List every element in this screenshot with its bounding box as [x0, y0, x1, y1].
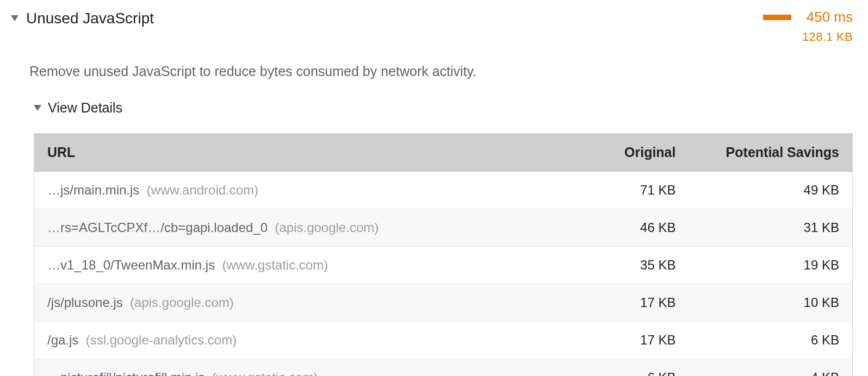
cell-original: 17 KB: [542, 284, 689, 322]
collapse-toggle-icon[interactable]: [11, 15, 18, 21]
table-row: /js/plusone.js (apis.google.com)17 KB10 …: [34, 284, 853, 322]
cell-original: 46 KB: [542, 209, 689, 247]
details-table-wrap: URL Original Potential Savings …js/main.…: [34, 133, 853, 376]
table-row: …js/main.min.js (www.android.com)71 KB49…: [34, 172, 853, 209]
cell-url: …picturefill/picturefill.min.js (www.gst…: [34, 359, 542, 377]
url-host: (apis.google.com): [275, 220, 379, 235]
audit-time-row: 450 ms: [763, 9, 853, 26]
cell-savings: 49 KB: [689, 172, 852, 209]
view-details-toggle[interactable]: View Details: [34, 100, 853, 116]
audit-header: Unused JavaScript 450 ms 128.1 KB: [11, 9, 853, 44]
details-table: URL Original Potential Savings …js/main.…: [34, 133, 853, 376]
table-row: /ga.js (ssl.google-analytics.com)17 KB6 …: [34, 322, 853, 359]
cell-savings: 10 KB: [689, 284, 852, 322]
url-host: (www.android.com): [147, 183, 258, 197]
url-host: (apis.google.com): [130, 295, 234, 310]
col-header-original: Original: [542, 134, 689, 172]
audit-title: Unused JavaScript: [26, 9, 755, 27]
audit-size: 128.1 KB: [802, 30, 853, 44]
audit-time: 450 ms: [807, 9, 853, 26]
url-host: (www.gstatic.com): [212, 370, 318, 376]
col-header-savings: Potential Savings: [689, 134, 852, 172]
table-header-row: URL Original Potential Savings: [34, 134, 853, 172]
cell-original: 17 KB: [542, 322, 689, 359]
cell-original: 35 KB: [542, 247, 689, 284]
cell-original: 6 KB: [542, 359, 689, 377]
url-path: /js/plusone.js: [47, 295, 123, 310]
cell-savings: 19 KB: [689, 247, 852, 284]
severity-bar-icon: [763, 15, 791, 20]
url-path: …js/main.min.js: [47, 183, 139, 197]
cell-url: /ga.js (ssl.google-analytics.com): [34, 322, 542, 359]
cell-url: …js/main.min.js (www.android.com): [34, 172, 542, 209]
cell-savings: 31 KB: [689, 209, 852, 247]
url-path: …rs=AGLTcCPXf…/cb=gapi.loaded_0: [47, 220, 268, 235]
cell-url: …rs=AGLTcCPXf…/cb=gapi.loaded_0 (apis.go…: [34, 209, 542, 247]
cell-url: …v1_18_0/TweenMax.min.js (www.gstatic.co…: [34, 247, 542, 284]
table-row: …v1_18_0/TweenMax.min.js (www.gstatic.co…: [34, 247, 853, 284]
chevron-down-icon: [34, 105, 41, 111]
url-path: …v1_18_0/TweenMax.min.js: [47, 258, 215, 272]
audit-panel: Unused JavaScript 450 ms 128.1 KB Remove…: [0, 0, 868, 376]
col-header-url: URL: [34, 134, 542, 172]
url-path: /ga.js: [47, 333, 78, 347]
cell-savings: 6 KB: [689, 322, 852, 359]
cell-url: /js/plusone.js (apis.google.com): [34, 284, 542, 322]
url-path: …picturefill/picturefill.min.js: [47, 370, 204, 376]
table-row: …rs=AGLTcCPXf…/cb=gapi.loaded_0 (apis.go…: [34, 209, 853, 247]
url-host: (www.gstatic.com): [222, 258, 328, 272]
cell-original: 71 KB: [542, 172, 689, 209]
view-details-label: View Details: [48, 100, 122, 116]
cell-savings: 4 KB: [689, 359, 852, 377]
audit-description: Remove unused JavaScript to reduce bytes…: [29, 64, 853, 79]
url-host: (ssl.google-analytics.com): [86, 333, 237, 347]
audit-metrics: 450 ms 128.1 KB: [763, 9, 853, 44]
table-row: …picturefill/picturefill.min.js (www.gst…: [34, 359, 853, 377]
